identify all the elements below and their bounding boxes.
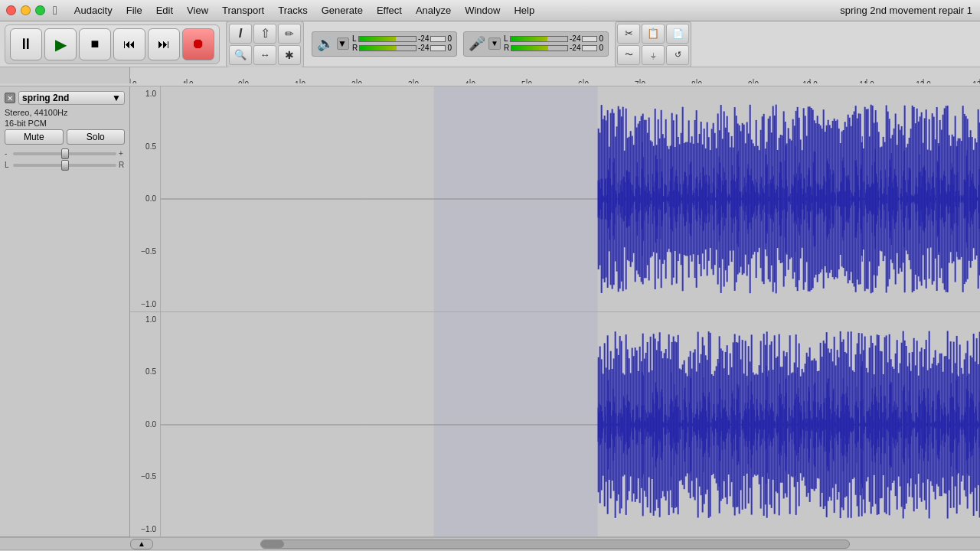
mic-icon: 🎤 (469, 35, 485, 52)
y-label-0-0-top: 0.0 (132, 194, 158, 203)
mute-button[interactable]: Mute (5, 129, 64, 145)
ruler-mark-3: 1.0 (300, 79, 301, 83)
menu-edit[interactable]: Edit (150, 3, 179, 18)
pan-slider[interactable] (13, 164, 116, 167)
output-l-db-24: -24 (418, 34, 429, 43)
menu-help[interactable]: Help (508, 3, 541, 18)
speaker-icon: 🔊 (317, 35, 334, 52)
trim-tool[interactable]: 〜 (617, 45, 640, 65)
menu-file[interactable]: File (120, 3, 149, 18)
track-info-line2: 16-bit PCM (5, 119, 125, 128)
silence-tool[interactable]: ⏚ (642, 45, 665, 65)
record-button[interactable]: ⏺ (182, 28, 214, 60)
pan-left-label: L (5, 161, 11, 169)
ruler-mark-14: 12.0 (923, 79, 924, 83)
ruler-mark-13: 11.0 (867, 79, 867, 83)
draw-tool[interactable]: ✏ (278, 24, 301, 44)
input-l-db-24: -24 (570, 34, 580, 43)
menu-analyze[interactable]: Analyze (410, 3, 457, 18)
titlebar:  Audacity File Edit View Transport Trac… (0, 0, 980, 21)
menu-effect[interactable]: Effect (371, 3, 408, 18)
pan-thumb[interactable] (61, 160, 69, 171)
menu-transport[interactable]: Transport (216, 3, 270, 18)
paste-tool[interactable]: 📄 (666, 24, 689, 44)
maximize-button[interactable] (35, 5, 45, 15)
horizontal-scrollbar[interactable] (260, 540, 850, 549)
output-r-label: R (352, 44, 358, 52)
menu-bar: Audacity File Edit View Transport Tracks… (68, 3, 974, 18)
timeshift-tool[interactable]: ↔ (253, 45, 276, 65)
input-l-label: L (504, 34, 508, 43)
pan-row: L R (5, 161, 125, 169)
gain-plus-label: + (119, 149, 125, 158)
gain-row: - + (5, 149, 125, 158)
track-info-line1: Stereo, 44100Hz (5, 108, 125, 117)
output-dropdown[interactable]: ▼ (337, 37, 349, 50)
solo-button[interactable]: Solo (67, 129, 126, 145)
zoom-tool[interactable]: 🔍 (229, 45, 252, 65)
input-meter-group: 🎤 ▼ L -24 0 R -24 (463, 31, 609, 57)
traffic-lights (6, 5, 45, 15)
output-l-meter: L -24 0 (352, 34, 452, 43)
stop-button[interactable]: ■ (79, 28, 111, 60)
envelope-tool[interactable]: ⇧ (253, 24, 276, 44)
waveform-area: 1.0 0.5 0.0 −0.5 −1.0 1.0 0.5 0.0 −0.5 −… (130, 86, 980, 537)
menu-window[interactable]: Window (459, 3, 506, 18)
skip-back-button[interactable]: ⏮ (113, 28, 145, 60)
waveform-track-right[interactable]: 1.0 0.5 0.0 −0.5 −1.0 (130, 312, 980, 538)
track-header: ✕ spring 2nd ▼ Stereo, 44100Hz 16-bit PC… (0, 86, 129, 537)
input-r-db-24: -24 (570, 44, 580, 52)
output-r-meter: R -24 0 (352, 44, 452, 52)
ruler-corner (0, 67, 130, 83)
y-axis-right: 1.0 0.5 0.0 −0.5 −1.0 (130, 312, 161, 537)
multi-tool[interactable]: ✱ (278, 45, 301, 65)
scrollbar-row: ▲ (0, 537, 980, 549)
main-area: ✕ spring 2nd ▼ Stereo, 44100Hz 16-bit PC… (0, 86, 980, 537)
select-tool[interactable]: I (229, 24, 252, 44)
menu-tracks[interactable]: Tracks (272, 3, 314, 18)
gain-thumb[interactable] (61, 148, 69, 159)
track-dropdown-icon: ▼ (112, 93, 121, 103)
ruler-mark-5: 3.0 (413, 79, 414, 83)
ruler-mark-4: 2.0 (357, 79, 358, 83)
track-panel: ✕ spring 2nd ▼ Stereo, 44100Hz 16-bit PC… (0, 86, 130, 537)
close-button[interactable] (6, 5, 16, 15)
menu-generate[interactable]: Generate (315, 3, 369, 18)
minimize-button[interactable] (21, 5, 31, 15)
y-label-0-5-top: 0.5 (132, 142, 158, 151)
waveform-inner-left (161, 86, 980, 311)
menu-view[interactable]: View (181, 3, 214, 18)
scroll-up-button[interactable]: ▲ (130, 539, 153, 549)
input-dropdown[interactable]: ▼ (488, 37, 501, 50)
track-name-button[interactable]: spring 2nd ▼ (18, 91, 125, 105)
ruler-mark-11: 9.0 (753, 79, 754, 83)
output-r-peak (430, 45, 446, 51)
undo-tool[interactable]: ↺ (666, 45, 689, 65)
input-l-peak (582, 36, 597, 42)
waveform-track-left[interactable]: 1.0 0.5 0.0 −0.5 −1.0 (130, 86, 980, 312)
play-button[interactable]: ▶ (44, 28, 77, 60)
input-lr-meters: L -24 0 R -24 0 (504, 34, 603, 52)
input-r-label: R (504, 44, 509, 52)
output-meter-group: 🔊 ▼ L -24 0 R -24 (312, 31, 457, 57)
tools-group: I ⇧ ✏ 🔍 ↔ ✱ (226, 21, 304, 68)
menu-audacity[interactable]: Audacity (68, 3, 119, 18)
scroll-thumb[interactable] (261, 540, 284, 548)
waveform-inner-right (161, 312, 980, 537)
ruler-mark-0: -2.0 (130, 79, 131, 83)
output-meter-top: 🔊 ▼ L -24 0 R -24 (317, 34, 452, 52)
extra-tools-row2: 〜 ⏚ ↺ (617, 45, 689, 65)
skip-forward-button[interactable]: ⏭ (148, 28, 180, 60)
cut-tool[interactable]: ✂ (617, 24, 640, 44)
track-close-button[interactable]: ✕ (5, 93, 15, 103)
ruler-mark-8: 6.0 (583, 79, 584, 83)
y-label-0-5-bottom: 0.5 (132, 367, 158, 376)
output-l-label: L (352, 34, 357, 43)
y-label-neg-0-5-top: −0.5 (132, 247, 158, 256)
pause-button[interactable]: ⏸ (10, 28, 42, 60)
gain-minus-label: - (5, 149, 11, 158)
input-meter-top: 🎤 ▼ L -24 0 R -24 (469, 34, 603, 52)
ruler-mark-1: -1.0 (187, 79, 188, 83)
copy-tool[interactable]: 📋 (642, 24, 665, 44)
gain-slider[interactable] (13, 152, 116, 155)
